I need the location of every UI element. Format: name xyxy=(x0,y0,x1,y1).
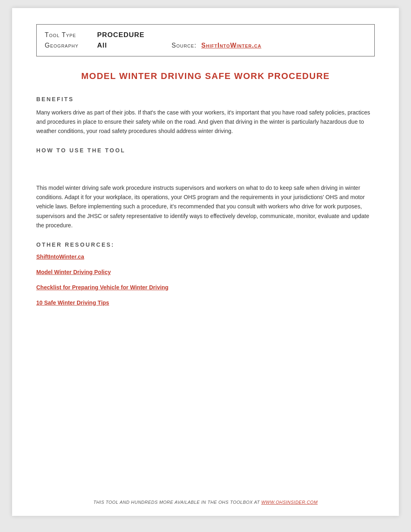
tool-type-row: Tool Type PROCEDURE xyxy=(45,31,366,39)
other-resources-section: Other Resources: ShiftIntoWinter.ca Mode… xyxy=(36,241,375,306)
geography-label: Geography xyxy=(45,42,97,49)
resource-link-1[interactable]: Model Winter Driving Policy xyxy=(36,269,375,275)
resource-link-2[interactable]: Checklist for Preparing Vehicle for Wint… xyxy=(36,284,375,291)
resource-link-0[interactable]: ShiftIntoWinter.ca xyxy=(36,254,375,260)
header-box: Tool Type PROCEDURE Geography All Source… xyxy=(36,24,375,56)
how-to-spacer xyxy=(36,159,375,183)
tool-type-value: PROCEDURE xyxy=(97,31,145,39)
benefits-section: Benefits Many workers drive as part of t… xyxy=(36,96,375,136)
page-container: Tool Type PROCEDURE Geography All Source… xyxy=(12,8,399,516)
source-label: Source: xyxy=(172,42,197,49)
other-resources-heading: Other Resources: xyxy=(36,241,375,248)
footer-text-italic: This tool and hundreds more available in… xyxy=(93,500,318,505)
source-link[interactable]: ShiftIntoWinter.ca xyxy=(201,42,262,49)
footer-link[interactable]: www.ohsinsider.com xyxy=(261,500,318,505)
footer-before-link: This tool and hundreds more available in… xyxy=(93,500,262,505)
tool-type-label: Tool Type xyxy=(45,31,97,39)
how-to-use-body: This model winter driving safe work proc… xyxy=(36,183,375,230)
resource-link-3[interactable]: 10 Safe Winter Driving Tips xyxy=(36,299,375,306)
main-title: Model Winter Driving Safe Work Procedure xyxy=(36,71,375,81)
benefits-body: Many workers drive as part of their jobs… xyxy=(36,108,375,136)
how-to-use-heading: How to Use the Tool xyxy=(36,147,375,154)
geography-source-row: Geography All Source: ShiftIntoWinter.ca xyxy=(45,42,366,50)
benefits-heading: Benefits xyxy=(36,96,375,102)
footer: This tool and hundreds more available in… xyxy=(12,500,399,505)
geography-value: All xyxy=(97,42,107,50)
how-to-use-section: How to Use the Tool This model winter dr… xyxy=(36,147,375,230)
